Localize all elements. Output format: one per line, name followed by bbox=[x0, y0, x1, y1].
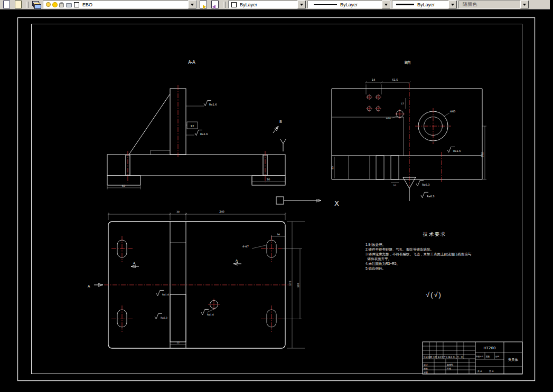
color-value: ByLayer bbox=[240, 2, 257, 7]
view-direction-b-arrow: B bbox=[273, 120, 282, 133]
dimension-label: Ra1.6 bbox=[207, 313, 214, 316]
title-block-header: 标记 处数 分区 更改文件号 签名 年、月、日 bbox=[423, 356, 463, 358]
layer-name: EBO bbox=[82, 2, 92, 7]
dimension-label: Ra1.6 bbox=[453, 149, 461, 152]
dimension-label: 51.5 bbox=[392, 78, 398, 81]
layer-properties-manager-icon[interactable] bbox=[31, 1, 42, 8]
dimension-label: 170 bbox=[288, 281, 292, 286]
lineweight-value: ByLayer bbox=[417, 2, 435, 7]
technical-requirement-item: 2.铸件不得有砂眼、气孔、裂纹等铸造缺陷。 bbox=[365, 247, 504, 252]
view-b: B向 14 51.5 17 Φ10 Φ6 bbox=[331, 60, 486, 201]
section-letter: A bbox=[236, 259, 238, 262]
dimension-label: Φ10 bbox=[386, 117, 391, 120]
document-icon[interactable] bbox=[1, 1, 12, 8]
section-letter: B bbox=[279, 120, 282, 124]
drawing-canvas[interactable]: A-A Ra1.6 Ra1.6 12 30 60 bbox=[0, 0, 553, 392]
section-letter: A bbox=[88, 284, 90, 289]
technical-requirements-title: 技术要求 bbox=[365, 231, 504, 238]
cad-drawing: A-A Ra1.6 Ra1.6 12 30 60 bbox=[0, 0, 553, 392]
layer-dropdown[interactable]: EBO bbox=[43, 1, 197, 8]
dimension-label: 30 bbox=[267, 178, 270, 181]
title-block-cell: 标准化 bbox=[447, 364, 453, 367]
linetype-sample-icon bbox=[314, 4, 337, 5]
dimension-label: 4-Φ7 bbox=[242, 245, 249, 248]
dimension-label: 17 bbox=[401, 102, 404, 105]
layer-color-swatch[interactable] bbox=[74, 2, 79, 7]
ucs-icon: X bbox=[276, 139, 339, 208]
dimension-label: 102 bbox=[481, 152, 484, 157]
current-color-swatch bbox=[231, 2, 237, 7]
toolbar-grip bbox=[223, 2, 226, 8]
axis-x-label: X bbox=[334, 199, 339, 207]
color-dropdown-arrow[interactable] bbox=[297, 1, 306, 8]
make-object-layer-current-icon[interactable] bbox=[198, 1, 209, 8]
dimension-label: Ra6.3 bbox=[422, 183, 429, 186]
linetype-dropdown[interactable]: ByLayer bbox=[307, 1, 391, 8]
lineweight-sample-icon bbox=[396, 4, 414, 5]
title-block-cell: 共 张 bbox=[477, 370, 482, 372]
surface-finish-note: √(√) bbox=[426, 291, 442, 299]
dimension-label: 130 bbox=[297, 283, 299, 288]
dimension-label: 240 bbox=[219, 210, 224, 213]
dimension-label: Φ60 bbox=[450, 110, 455, 113]
technical-requirement-item: 3.铸件轮廓完整，不得有裂纹、飞边，未加工表面上的浇冒口残留应与 bbox=[365, 252, 504, 256]
title-block-cell: 比例 bbox=[495, 356, 500, 358]
layer-on-icon[interactable] bbox=[46, 2, 51, 7]
title-block-cell: 校核 bbox=[423, 367, 428, 370]
lineweight-dropdown[interactable]: ByLayer bbox=[392, 1, 457, 8]
title-block-cell: 批准 bbox=[447, 367, 451, 370]
title-block-cell: 设计 bbox=[424, 364, 428, 366]
plan-view: A A A 4-Φ7 56 30 240 170 130 Ra1.6 Ra6.3 bbox=[88, 210, 305, 348]
layer-plot-icon[interactable] bbox=[66, 3, 72, 7]
technical-requirements: 技术要求 1.时效处理。 2.铸件不得有砂眼、气孔、裂纹等铸造缺陷。 3.铸件轮… bbox=[365, 231, 504, 271]
top-toolbar: EBO ByLayer ByLayer ByLayer 随颜色 bbox=[0, 0, 550, 9]
layer-freeze-icon[interactable] bbox=[53, 3, 57, 7]
color-dropdown[interactable]: ByLayer bbox=[228, 1, 306, 8]
linetype-dropdown-arrow[interactable] bbox=[382, 1, 390, 8]
dimension-label: 30 bbox=[176, 211, 180, 213]
plotstyle-value: 随颜色 bbox=[463, 1, 477, 8]
plotstyle-dropdown-arrow bbox=[520, 1, 529, 8]
layer-previous-icon[interactable] bbox=[210, 1, 220, 8]
lineweight-dropdown-arrow[interactable] bbox=[448, 1, 457, 8]
section-letter: A bbox=[133, 261, 136, 265]
layer-lock-icon[interactable] bbox=[59, 3, 64, 7]
dimension-label: 10 bbox=[393, 184, 396, 187]
technical-requirement-item: 4.未注圆角为R3~R5。 bbox=[365, 261, 504, 266]
toolbar-grip bbox=[26, 2, 29, 8]
dimension-label: 85 bbox=[331, 166, 334, 169]
view-label: B向 bbox=[405, 60, 411, 65]
dimension-label: 60 bbox=[122, 184, 125, 187]
dimension-label: 14 bbox=[372, 78, 375, 81]
dimension-label: Ra1.6 bbox=[209, 103, 217, 106]
material-label: HT200 bbox=[484, 346, 496, 350]
technical-requirement-item: 5.锐边倒钝。 bbox=[365, 266, 504, 271]
title-block-cell: 审核 bbox=[424, 371, 428, 374]
section-view-a-a: A-A Ra1.6 Ra1.6 12 30 60 bbox=[107, 60, 285, 189]
technical-requirement-item: 1.时效处理。 bbox=[365, 242, 504, 247]
title-block-cell: 第 张 bbox=[489, 370, 494, 372]
part-name-label: 夹具体 bbox=[508, 358, 519, 362]
dimension-label: 56 bbox=[277, 233, 280, 236]
title-block-cell: 重量 bbox=[486, 355, 490, 358]
layer-dropdown-arrow[interactable] bbox=[188, 1, 196, 8]
plotstyle-dropdown: 随颜色 bbox=[458, 1, 529, 8]
dimension-label: 12 bbox=[176, 341, 180, 344]
title-block: HT200 夹具体 标记 处数 分区 更改文件号 签名 年、月、日 设计 校核 … bbox=[423, 342, 522, 374]
technical-requirement-item: 铸件表面齐平。 bbox=[365, 256, 504, 261]
dimension-label: Ra6.3 bbox=[161, 317, 167, 319]
title-block-cell: 阶段标记 bbox=[476, 355, 484, 358]
linetype-value: ByLayer bbox=[340, 2, 358, 7]
document-stack-icon[interactable] bbox=[13, 1, 23, 8]
dimension-label: Ra1.6 bbox=[162, 293, 169, 296]
dimension-label: 12 bbox=[191, 125, 194, 128]
view-label: A-A bbox=[188, 60, 195, 65]
dimension-label: Ra6.3 bbox=[427, 195, 434, 198]
dimension-label: Ra1.6 bbox=[200, 132, 208, 136]
